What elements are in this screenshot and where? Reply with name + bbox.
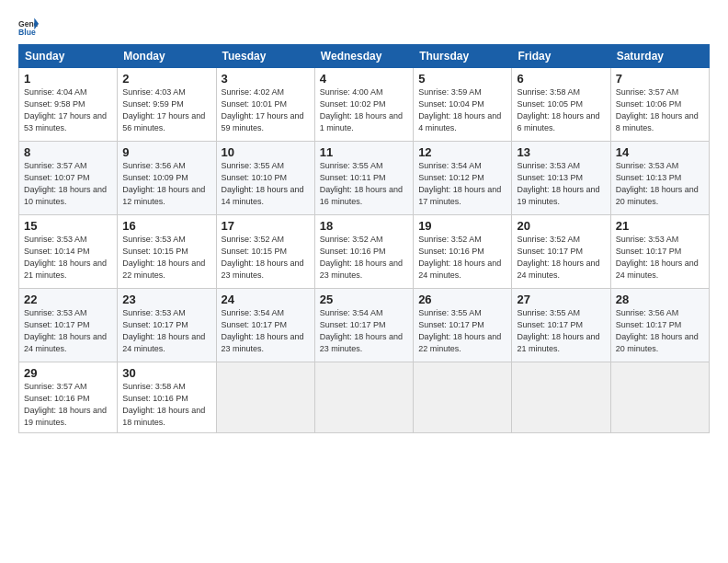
day-info: Sunrise: 3:53 AM Sunset: 10:15 PM Daylig… (122, 234, 210, 282)
calendar-cell: 15 Sunrise: 3:53 AM Sunset: 10:14 PM Day… (19, 215, 118, 289)
day-info: Sunrise: 3:53 AM Sunset: 10:13 PM Daylig… (517, 160, 605, 208)
weekday-header-wednesday: Wednesday (314, 45, 413, 68)
calendar-cell: 5 Sunrise: 3:59 AM Sunset: 10:04 PM Dayl… (414, 68, 512, 142)
day-info: Sunrise: 4:00 AM Sunset: 10:02 PM Daylig… (320, 86, 408, 134)
calendar-cell (314, 362, 413, 433)
calendar-cell: 22 Sunrise: 3:53 AM Sunset: 10:17 PM Day… (19, 289, 118, 362)
calendar-cell: 20 Sunrise: 3:52 AM Sunset: 10:17 PM Day… (512, 215, 610, 289)
day-number: 27 (517, 293, 605, 306)
day-info: Sunrise: 3:55 AM Sunset: 10:17 PM Daylig… (517, 307, 605, 355)
calendar-cell: 11 Sunrise: 3:55 AM Sunset: 10:11 PM Day… (314, 142, 413, 215)
svg-text:Blue: Blue (18, 28, 36, 37)
day-number: 2 (122, 72, 210, 86)
day-number: 6 (517, 72, 605, 86)
day-info: Sunrise: 3:56 AM Sunset: 10:09 PM Daylig… (122, 160, 210, 208)
day-number: 25 (320, 293, 408, 306)
day-number: 22 (24, 293, 112, 306)
logo: General Blue (18, 17, 42, 37)
weekday-header-monday: Monday (118, 45, 216, 68)
calendar-table: SundayMondayTuesdayWednesdayThursdayFrid… (18, 44, 710, 433)
day-info: Sunrise: 3:57 AM Sunset: 10:16 PM Daylig… (24, 381, 112, 429)
weekday-header-saturday: Saturday (610, 45, 709, 68)
calendar-cell: 17 Sunrise: 3:52 AM Sunset: 10:15 PM Day… (216, 215, 314, 289)
weekday-header-friday: Friday (512, 45, 610, 68)
day-info: Sunrise: 3:53 AM Sunset: 10:17 PM Daylig… (24, 307, 112, 355)
calendar-cell (512, 362, 610, 433)
day-info: Sunrise: 3:59 AM Sunset: 10:04 PM Daylig… (418, 86, 506, 134)
day-number: 10 (222, 145, 310, 159)
day-number: 16 (122, 219, 210, 233)
day-number: 19 (418, 219, 506, 233)
calendar-cell: 1 Sunrise: 4:04 AM Sunset: 9:58 PM Dayli… (19, 68, 118, 142)
calendar-cell: 9 Sunrise: 3:56 AM Sunset: 10:09 PM Dayl… (118, 142, 216, 215)
day-info: Sunrise: 3:53 AM Sunset: 10:17 PM Daylig… (616, 234, 704, 282)
calendar-cell: 19 Sunrise: 3:52 AM Sunset: 10:16 PM Day… (414, 215, 512, 289)
day-number: 20 (517, 219, 605, 233)
day-info: Sunrise: 3:53 AM Sunset: 10:13 PM Daylig… (616, 160, 704, 208)
calendar-cell: 13 Sunrise: 3:53 AM Sunset: 10:13 PM Day… (512, 142, 610, 215)
day-number: 12 (418, 145, 506, 159)
day-number: 18 (320, 219, 408, 233)
day-number: 29 (24, 366, 112, 380)
day-number: 17 (222, 219, 310, 233)
day-number: 14 (616, 145, 704, 159)
calendar-cell: 4 Sunrise: 4:00 AM Sunset: 10:02 PM Dayl… (314, 68, 413, 142)
page: General Blue SundayMondayTuesdayWednesda… (0, 0, 728, 563)
day-info: Sunrise: 4:03 AM Sunset: 9:59 PM Dayligh… (122, 86, 210, 134)
day-number: 8 (24, 145, 112, 159)
calendar-cell: 6 Sunrise: 3:58 AM Sunset: 10:05 PM Dayl… (512, 68, 610, 142)
day-info: Sunrise: 3:56 AM Sunset: 10:17 PM Daylig… (616, 307, 704, 355)
day-info: Sunrise: 3:52 AM Sunset: 10:16 PM Daylig… (320, 234, 408, 282)
calendar-cell: 26 Sunrise: 3:55 AM Sunset: 10:17 PM Day… (414, 289, 512, 362)
day-number: 23 (122, 293, 210, 306)
day-info: Sunrise: 3:55 AM Sunset: 10:17 PM Daylig… (418, 307, 506, 355)
calendar-cell: 23 Sunrise: 3:53 AM Sunset: 10:17 PM Day… (118, 289, 216, 362)
calendar-cell: 3 Sunrise: 4:02 AM Sunset: 10:01 PM Dayl… (216, 68, 314, 142)
day-number: 11 (320, 145, 408, 159)
calendar-cell (610, 362, 709, 433)
day-info: Sunrise: 3:55 AM Sunset: 10:11 PM Daylig… (320, 160, 408, 208)
day-number: 5 (418, 72, 506, 86)
day-info: Sunrise: 3:53 AM Sunset: 10:14 PM Daylig… (24, 234, 112, 282)
day-info: Sunrise: 3:54 AM Sunset: 10:12 PM Daylig… (418, 160, 506, 208)
calendar-cell: 30 Sunrise: 3:58 AM Sunset: 10:16 PM Day… (118, 362, 216, 433)
day-number: 3 (222, 72, 310, 86)
header: General Blue (18, 17, 710, 37)
weekday-header-row: SundayMondayTuesdayWednesdayThursdayFrid… (19, 45, 710, 68)
day-number: 28 (616, 293, 704, 306)
day-info: Sunrise: 3:52 AM Sunset: 10:17 PM Daylig… (517, 234, 605, 282)
day-info: Sunrise: 3:52 AM Sunset: 10:15 PM Daylig… (222, 234, 310, 282)
calendar-cell (414, 362, 512, 433)
day-info: Sunrise: 3:57 AM Sunset: 10:07 PM Daylig… (24, 160, 112, 208)
day-info: Sunrise: 3:58 AM Sunset: 10:16 PM Daylig… (122, 381, 210, 429)
day-info: Sunrise: 3:54 AM Sunset: 10:17 PM Daylig… (222, 307, 310, 355)
day-number: 30 (122, 366, 210, 380)
calendar-cell: 18 Sunrise: 3:52 AM Sunset: 10:16 PM Day… (314, 215, 413, 289)
calendar-cell: 21 Sunrise: 3:53 AM Sunset: 10:17 PM Day… (610, 215, 709, 289)
day-info: Sunrise: 4:04 AM Sunset: 9:58 PM Dayligh… (24, 86, 112, 134)
calendar-cell: 28 Sunrise: 3:56 AM Sunset: 10:17 PM Day… (610, 289, 709, 362)
calendar-cell: 2 Sunrise: 4:03 AM Sunset: 9:59 PM Dayli… (118, 68, 216, 142)
calendar-cell: 24 Sunrise: 3:54 AM Sunset: 10:17 PM Day… (216, 289, 314, 362)
day-info: Sunrise: 3:58 AM Sunset: 10:05 PM Daylig… (517, 86, 605, 134)
calendar-cell: 8 Sunrise: 3:57 AM Sunset: 10:07 PM Dayl… (19, 142, 118, 215)
day-info: Sunrise: 3:57 AM Sunset: 10:06 PM Daylig… (616, 86, 704, 134)
weekday-header-sunday: Sunday (19, 45, 118, 68)
calendar-cell (216, 362, 314, 433)
weekday-header-thursday: Thursday (414, 45, 512, 68)
day-number: 4 (320, 72, 408, 86)
calendar-cell: 25 Sunrise: 3:54 AM Sunset: 10:17 PM Day… (314, 289, 413, 362)
day-number: 13 (517, 145, 605, 159)
day-info: Sunrise: 3:54 AM Sunset: 10:17 PM Daylig… (320, 307, 408, 355)
calendar-cell: 29 Sunrise: 3:57 AM Sunset: 10:16 PM Day… (19, 362, 118, 433)
calendar-cell: 12 Sunrise: 3:54 AM Sunset: 10:12 PM Day… (414, 142, 512, 215)
day-number: 15 (24, 219, 112, 233)
calendar-cell: 27 Sunrise: 3:55 AM Sunset: 10:17 PM Day… (512, 289, 610, 362)
day-number: 9 (122, 145, 210, 159)
day-info: Sunrise: 3:55 AM Sunset: 10:10 PM Daylig… (222, 160, 310, 208)
day-info: Sunrise: 3:52 AM Sunset: 10:16 PM Daylig… (418, 234, 506, 282)
day-number: 1 (24, 72, 112, 86)
calendar-cell: 10 Sunrise: 3:55 AM Sunset: 10:10 PM Day… (216, 142, 314, 215)
weekday-header-tuesday: Tuesday (216, 45, 314, 68)
calendar-cell: 16 Sunrise: 3:53 AM Sunset: 10:15 PM Day… (118, 215, 216, 289)
